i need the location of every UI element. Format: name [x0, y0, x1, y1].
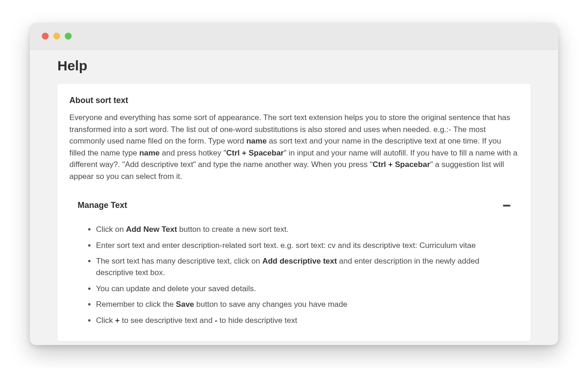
about-paragraph: Everyone and everything has some sort of… [69, 112, 519, 182]
li-bold: Add descriptive text [262, 257, 337, 265]
about-heading: About sort text [69, 96, 519, 105]
content: Help About sort text Everyone and everyt… [30, 50, 558, 345]
li-bold: + [115, 316, 120, 325]
list-item: Click on Add New Text button to create a… [96, 224, 514, 236]
li-text: Enter sort text and enter description-re… [96, 241, 476, 250]
li-bold: Add New Text [126, 225, 177, 234]
li-text: to hide descriptive text [217, 316, 297, 325]
li-text: The sort text has many descriptive text,… [96, 257, 262, 265]
accordion-header-manage-text[interactable]: Manage Text [69, 196, 519, 215]
manage-text-list: Click on Add New Text button to create a… [69, 215, 519, 326]
app-window: Help About sort text Everyone and everyt… [30, 23, 558, 345]
list-item: Enter sort text and enter description-re… [96, 240, 514, 252]
minimize-icon[interactable] [53, 33, 60, 40]
li-text: Remember to click the [96, 300, 176, 309]
li-text: button to create a new sort text. [177, 225, 288, 234]
accordion-title: Manage Text [78, 201, 127, 210]
list-item: Remember to click the Save button to sav… [96, 299, 514, 310]
titlebar [30, 23, 558, 50]
li-text: Click on [96, 225, 126, 234]
li-text: button to save any changes you have made [194, 300, 348, 309]
help-card: About sort text Everyone and everything … [57, 84, 531, 341]
minus-icon [503, 205, 510, 207]
page-title: Help [57, 58, 531, 74]
li-bold: Save [176, 300, 194, 309]
about-bold-3: Ctrl + Spacebar [226, 149, 284, 157]
list-item: Click + to see descriptive text and - to… [96, 315, 514, 327]
list-item: You can update and delete your saved det… [96, 283, 514, 295]
list-item: The sort text has many descriptive text,… [96, 256, 514, 278]
li-text: Click [96, 316, 115, 325]
maximize-icon[interactable] [65, 33, 72, 40]
li-text: to see descriptive text and [120, 316, 215, 325]
about-bold-1: name [246, 137, 266, 145]
li-text: You can update and delete your saved det… [96, 284, 256, 293]
about-bold-4: Ctrl + Spacebar [373, 160, 430, 169]
about-bold-2: name [139, 149, 159, 157]
close-icon[interactable] [42, 33, 49, 40]
about-text-3: and press hotkey " [160, 149, 226, 157]
